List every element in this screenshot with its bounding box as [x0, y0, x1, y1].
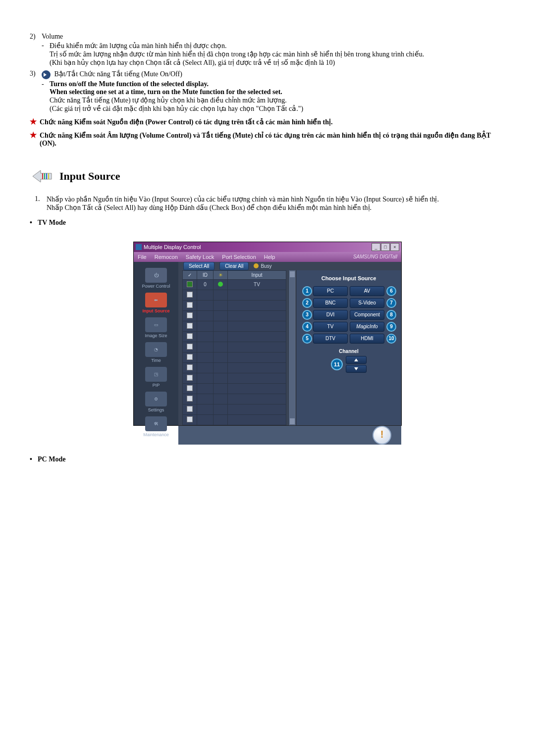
row-checkbox[interactable]	[187, 364, 193, 370]
source-magicinfo-button[interactable]: MagicInfo	[350, 322, 384, 332]
table-row[interactable]	[183, 404, 286, 414]
bullet-pc-mode: • PC Mode	[30, 455, 505, 463]
table-row[interactable]	[183, 300, 286, 310]
sidebar-item-settings[interactable]: ⚙ Settings	[136, 391, 176, 413]
menu-help[interactable]: Help	[264, 254, 275, 260]
star-icon: ★	[30, 118, 40, 126]
list-title-row: Bật/Tắt Chức năng Tắt tiếng (Mute On/Off…	[42, 70, 505, 79]
menu-file[interactable]: File	[138, 254, 147, 260]
minimize-button[interactable]: _	[372, 243, 380, 251]
image-size-icon: ▭	[145, 317, 167, 332]
row-input: TV	[228, 279, 286, 290]
bullet-label: TV Mode	[38, 219, 505, 227]
note-text: Chức năng Kiểm soát Nguồn điện (Power Co…	[40, 118, 505, 126]
row-checkbox[interactable]	[187, 302, 193, 308]
list-item-mute: 3) Bật/Tắt Chức năng Tắt tiếng (Mute On/…	[30, 70, 505, 113]
row-checkbox[interactable]	[187, 312, 193, 318]
mute-title: Bật/Tắt Chức năng Tắt tiếng (Mute On/Off…	[54, 70, 182, 78]
volume-desc-1a: Trị số mức âm lượng nhận được từ màn hìn…	[50, 50, 505, 58]
dash: -	[42, 80, 50, 88]
bullet-icon: •	[30, 455, 38, 463]
sidebar-item-power[interactable]: ⏻ Power Control	[136, 267, 176, 290]
statusbar	[178, 425, 401, 445]
close-button[interactable]: ×	[390, 243, 399, 251]
row-checkbox[interactable]	[187, 281, 193, 287]
table-row[interactable]	[183, 362, 286, 373]
table-row[interactable]	[183, 414, 286, 425]
row-checkbox[interactable]	[187, 344, 193, 350]
col-input: Input	[228, 270, 286, 279]
list-number: 1.	[35, 195, 47, 203]
table-row[interactable]	[183, 331, 286, 342]
source-bnc-button[interactable]: BNC	[313, 298, 348, 308]
source-svideo-button[interactable]: S-Video	[350, 298, 384, 308]
table-row[interactable]	[183, 383, 286, 394]
table-row[interactable]	[183, 321, 286, 331]
input-source-icon: ⬅	[145, 293, 167, 307]
row-checkbox[interactable]	[187, 416, 193, 422]
channel-down-button[interactable]	[346, 365, 367, 373]
source-dvi-button[interactable]: DVI	[313, 310, 348, 320]
row-checkbox[interactable]	[187, 354, 193, 360]
busy-dot-icon	[254, 263, 259, 268]
sidebar-item-pip[interactable]: ◳ PIP	[136, 366, 176, 389]
source-av-button[interactable]: AV	[350, 286, 384, 296]
sidebar-item-image-size[interactable]: ▭ Image Size	[136, 316, 176, 339]
sidebar-item-maintenance[interactable]: 🛠 Maintenance	[136, 415, 176, 438]
input-source-icon	[30, 167, 54, 185]
source-component-button[interactable]: Component	[350, 310, 384, 320]
row-checkbox[interactable]	[187, 292, 193, 298]
ordered-item-1: 1. Nhấp vào phần Nguồn tín hiệu Vào (Inp…	[35, 195, 505, 212]
pip-icon: ◳	[145, 367, 167, 382]
table-row[interactable]: 0 TV	[183, 279, 286, 290]
sidebar-label: Image Size	[136, 333, 176, 338]
info-icon	[373, 426, 391, 445]
table-row[interactable]	[183, 394, 286, 404]
menu-remocon[interactable]: Remocon	[155, 254, 178, 260]
callout-5: 5	[302, 334, 312, 344]
menu-safety-lock[interactable]: Safety Lock	[186, 254, 214, 260]
busy-indicator: Busy	[254, 263, 271, 269]
table-row[interactable]	[183, 290, 286, 300]
row-checkbox[interactable]	[187, 375, 193, 381]
row-checkbox[interactable]	[187, 396, 193, 402]
table-row[interactable]	[183, 310, 286, 321]
list-item-volume: 2) Volume - Điều khiển mức âm lượng của …	[30, 33, 505, 67]
callout-3: 3	[302, 310, 312, 320]
source-hdmi-button[interactable]: HDMI	[350, 334, 384, 344]
sidebar-item-time[interactable]: ◔ Time	[136, 341, 176, 364]
callout-11: 11	[331, 358, 343, 370]
section-title: Input Source	[59, 170, 120, 183]
list-number: 2)	[30, 33, 42, 41]
source-pc-button[interactable]: PC	[313, 286, 348, 296]
channel-up-button[interactable]	[346, 356, 367, 364]
sidebar-label: Time	[136, 358, 176, 363]
sidebar-label: Input Source	[136, 308, 176, 313]
table-row[interactable]	[183, 352, 286, 362]
table-row[interactable]	[183, 373, 286, 383]
sidebar-item-input-source[interactable]: ⬅ Input Source	[136, 292, 176, 314]
row-checkbox[interactable]	[187, 406, 193, 412]
row-checkbox[interactable]	[187, 333, 193, 339]
app-window: Multiple Display Control _ □ × File Remo…	[133, 242, 402, 426]
star-icon: ★	[30, 131, 40, 139]
row-id: 0	[197, 279, 214, 290]
note-volume-mute: ★ Chức năng Kiểm soát Âm lượng (Volume C…	[30, 131, 505, 148]
source-tv-button[interactable]: TV	[313, 322, 348, 332]
clear-all-button[interactable]: Clear All	[219, 262, 249, 270]
note-power-control: ★ Chức năng Kiểm soát Nguồn điện (Power …	[30, 118, 505, 126]
row-checkbox[interactable]	[187, 385, 193, 391]
table-row[interactable]	[183, 342, 286, 352]
source-dtv-button[interactable]: DTV	[313, 334, 348, 344]
scrollbar[interactable]	[288, 270, 296, 425]
menubar: File Remocon Safety Lock Port Selection …	[134, 252, 401, 262]
display-table: ✓ ID ☀ Input 0 TV	[178, 270, 288, 425]
callout-2: 2	[302, 298, 312, 308]
maximize-button[interactable]: □	[381, 243, 390, 251]
sidebar-label: Settings	[136, 407, 176, 412]
power-icon: ⏻	[145, 268, 167, 283]
select-all-button[interactable]: Select All	[183, 262, 214, 270]
row-checkbox[interactable]	[187, 323, 193, 329]
menu-port-selection[interactable]: Port Selection	[222, 254, 256, 260]
brand-label: SAMSUNG DIGITall	[353, 254, 397, 259]
